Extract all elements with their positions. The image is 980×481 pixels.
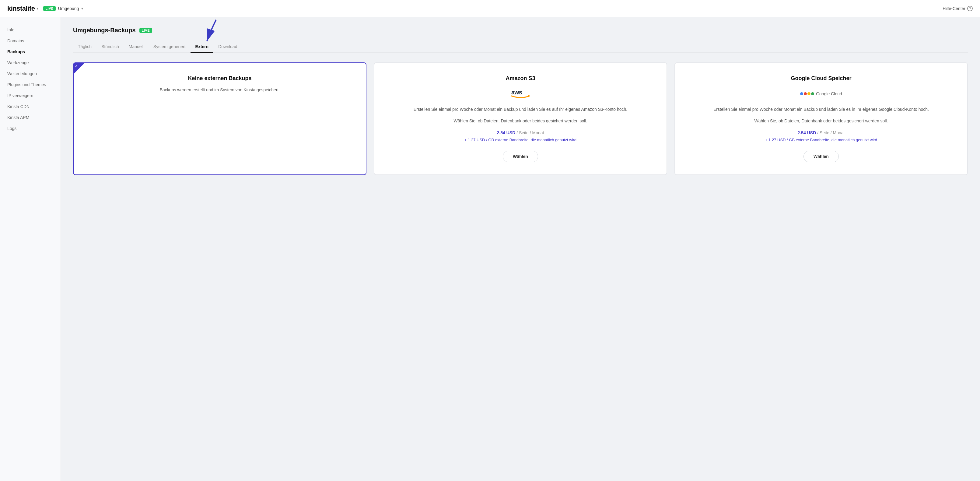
card-google-desc1: Erstellen Sie einmal pro Woche oder Mona… bbox=[713, 106, 929, 113]
env-name: Umgebung bbox=[58, 6, 79, 11]
sidebar-item-logs[interactable]: Logs bbox=[0, 123, 60, 134]
card-amazon-desc1: Erstellen Sie einmal pro Woche oder Mona… bbox=[414, 106, 628, 113]
card-amazon-btn[interactable]: Wählen bbox=[503, 151, 538, 162]
card-amazon-s3[interactable]: Amazon S3 aws Erstellen Sie einmal pro W… bbox=[374, 62, 667, 175]
layout: Info Domains Backups Werkzeuge Weiterlei… bbox=[0, 17, 980, 481]
gcloud-label: Google Cloud bbox=[816, 91, 842, 96]
tab-taeglich[interactable]: Täglich bbox=[73, 41, 97, 53]
logo: kinstalife bbox=[7, 5, 35, 13]
aws-logo: aws bbox=[510, 86, 531, 101]
svg-text:aws: aws bbox=[511, 89, 522, 96]
gcloud-dot-blue bbox=[800, 92, 803, 95]
card-google-price-main: 2.54 USD bbox=[798, 130, 816, 135]
card-amazon-price-main: 2.54 USD bbox=[497, 130, 515, 135]
card-keine[interactable]: ✓ Keine externen Backups Backups werden … bbox=[73, 62, 366, 175]
topnav: kinstalife ▾ LIVE Umgebung ▾ Hilfe-Cente… bbox=[0, 0, 980, 17]
sidebar-item-domains[interactable]: Domains bbox=[0, 35, 60, 46]
gcloud-dot-yellow bbox=[807, 92, 810, 95]
gcloud-dots bbox=[800, 92, 814, 95]
card-google-title: Google Cloud Speicher bbox=[791, 75, 851, 81]
gcloud-logo: Google Cloud bbox=[800, 86, 842, 101]
tabs-section: Täglich Stündlich Manuell System generie… bbox=[73, 41, 968, 53]
sidebar-item-backups[interactable]: Backups bbox=[0, 46, 60, 57]
tab-manuell[interactable]: Manuell bbox=[124, 41, 148, 53]
tab-extern[interactable]: Extern bbox=[191, 41, 214, 53]
sidebar-item-werkzeuge[interactable]: Werkzeuge bbox=[0, 57, 60, 68]
sidebar: Info Domains Backups Werkzeuge Weiterlei… bbox=[0, 17, 61, 481]
gcloud-dot-red bbox=[804, 92, 807, 95]
card-google-pricing: 2.54 USD / Seite / Monat + 1.27 USD / GB… bbox=[765, 129, 877, 143]
sidebar-item-kinsta-apm[interactable]: Kinsta APM bbox=[0, 112, 60, 123]
card-google-desc2: Wählen Sie, ob Dateien, Datenbank oder b… bbox=[754, 118, 888, 124]
sidebar-item-kinsta-cdn[interactable]: Kinsta CDN bbox=[0, 101, 60, 112]
sidebar-item-ip-verweigern[interactable]: IP verweigern bbox=[0, 90, 60, 101]
env-selector[interactable]: LIVE Umgebung ▾ bbox=[43, 6, 83, 11]
main-content: Umgebungs-Backups LIVE Täglich Stündlich bbox=[61, 17, 980, 481]
logo-chevron-icon: ▾ bbox=[37, 6, 38, 11]
tab-stuendlich[interactable]: Stündlich bbox=[97, 41, 124, 53]
card-google-cloud[interactable]: Google Cloud Speicher Google Cloud Erste… bbox=[675, 62, 968, 175]
live-badge: LIVE bbox=[43, 6, 56, 11]
sidebar-item-plugins-themes[interactable]: Plugins und Themes bbox=[0, 79, 60, 90]
card-amazon-pricing: 2.54 USD / Seite / Monat + 1.27 USD / GB… bbox=[465, 129, 576, 143]
sidebar-item-weiterleitungen[interactable]: Weiterleitungen bbox=[0, 68, 60, 79]
svg-marker-2 bbox=[528, 94, 530, 97]
checkmark-icon: ✓ bbox=[75, 64, 78, 68]
card-amazon-title: Amazon S3 bbox=[506, 75, 535, 81]
env-chevron-icon: ▾ bbox=[81, 6, 83, 11]
card-amazon-price-extra: + 1.27 USD / GB externe Bandbreite, die … bbox=[465, 137, 576, 143]
sidebar-item-info[interactable]: Info bbox=[0, 24, 60, 35]
tab-download[interactable]: Download bbox=[213, 41, 242, 53]
gcloud-dot-green bbox=[811, 92, 814, 95]
tab-system-generiert[interactable]: System generiert bbox=[148, 41, 191, 53]
card-amazon-desc2: Wählen Sie, ob Dateien, Datenbank oder b… bbox=[454, 118, 587, 124]
page-header: Umgebungs-Backups LIVE bbox=[73, 27, 968, 34]
help-icon: ? bbox=[967, 6, 973, 11]
card-google-price-extra: + 1.27 USD / GB externe Bandbreite, die … bbox=[765, 137, 877, 143]
card-keine-description: Backups werden erstellt und im System vo… bbox=[160, 86, 280, 93]
page-title: Umgebungs-Backups bbox=[73, 27, 136, 34]
card-amazon-price-suffix: / Seite / Monat bbox=[517, 130, 544, 135]
card-google-btn[interactable]: Wählen bbox=[803, 151, 839, 162]
help-center[interactable]: Hilfe-Center ? bbox=[943, 6, 973, 11]
help-center-label: Hilfe-Center bbox=[943, 6, 966, 11]
backup-tabs: Täglich Stündlich Manuell System generie… bbox=[73, 41, 968, 53]
page-live-badge: LIVE bbox=[139, 28, 152, 33]
card-google-price-suffix: / Seite / Monat bbox=[817, 130, 845, 135]
backup-options-grid: ✓ Keine externen Backups Backups werden … bbox=[73, 62, 968, 175]
card-keine-title: Keine externen Backups bbox=[188, 75, 251, 81]
